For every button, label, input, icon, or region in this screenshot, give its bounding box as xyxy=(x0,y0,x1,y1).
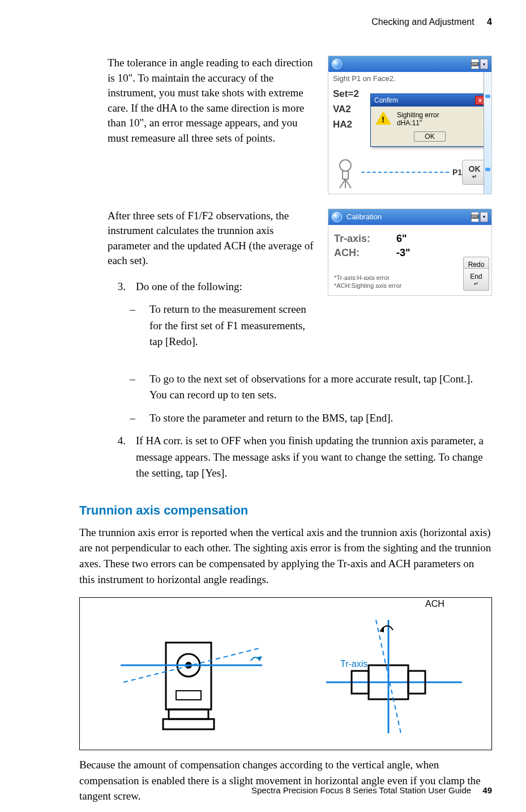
ach-value: -3" xyxy=(396,247,461,259)
p1-label: P1 xyxy=(452,168,462,177)
svg-marker-20 xyxy=(379,627,384,632)
tolerance-paragraph: The tolerance in angle reading to each d… xyxy=(108,56,317,146)
app-logo-icon xyxy=(332,59,342,69)
trunnion-paragraph-2: Because the amount of compensation chang… xyxy=(79,757,492,804)
side-scrollbar[interactable] xyxy=(484,72,491,194)
header-title: Checking and Adjustment xyxy=(371,17,474,27)
svg-line-3 xyxy=(345,179,351,188)
page-footer: Spectra Precision Focus 8 Series Total S… xyxy=(251,785,492,795)
dialog-title: Confirm xyxy=(374,96,398,104)
step-4-number: 4. xyxy=(108,433,126,482)
step-3-number: 3. xyxy=(108,279,126,295)
redo-instruction: To return to the measurement screen for … xyxy=(149,301,317,350)
station-front-view xyxy=(104,609,273,739)
ach-diagram-label: ACH xyxy=(425,599,444,609)
note-ach: *ACH:Sighting axis error xyxy=(334,282,461,290)
screenshot-titlebar: ⌨ ▾ xyxy=(328,56,491,72)
note-tr-axis: *Tr-axis:H-axis error xyxy=(334,274,461,282)
sight-line xyxy=(361,172,449,173)
dialog-line-1: Sighiting error xyxy=(397,111,439,119)
trunnion-heading: Trunnion axis compensation xyxy=(79,503,492,518)
svg-line-2 xyxy=(340,179,345,188)
svg-rect-5 xyxy=(163,719,214,729)
screenshot-titlebar: Calibration ⌨ ▾ xyxy=(328,209,491,225)
footer-page-number: 49 xyxy=(482,785,492,795)
bullet-dash: – xyxy=(126,410,139,427)
calibration-title: Calibration xyxy=(347,212,382,221)
instrument-icon xyxy=(333,155,358,189)
footer-book-title: Spectra Precision Focus 8 Series Total S… xyxy=(251,785,471,795)
bullet-dash: – xyxy=(126,301,139,350)
step-3-text: Do one of the following: xyxy=(136,279,317,295)
confirm-dialog: Confirm × Sighiting error dHA:11" xyxy=(370,93,489,147)
averaging-paragraph: After three sets of F1/F2 observations, … xyxy=(108,209,317,269)
cont-instruction: To go to the next set of observations fo… xyxy=(149,371,492,403)
trunnion-diagram: Tr-axis ACH xyxy=(79,597,492,750)
svg-rect-6 xyxy=(169,709,208,719)
svg-rect-10 xyxy=(176,691,201,700)
app-logo-icon xyxy=(332,212,342,222)
dialog-ok-button[interactable]: OK xyxy=(414,131,445,142)
svg-point-0 xyxy=(340,160,351,171)
bullet-dash: – xyxy=(126,371,139,403)
keyboard-icon[interactable]: ⌨ xyxy=(471,59,479,69)
end-softkey[interactable]: End↵ xyxy=(463,268,489,291)
dialog-line-2: dHA:11" xyxy=(397,119,439,127)
keyboard-icon[interactable]: ⌨ xyxy=(471,212,479,222)
tr-axis-value: 6" xyxy=(396,233,461,245)
tr-axis-label: Tr-axis: xyxy=(334,233,396,245)
station-side-view xyxy=(320,609,468,739)
dropdown-icon[interactable]: ▾ xyxy=(480,59,488,69)
ach-label: ACH: xyxy=(334,247,396,259)
running-header: Checking and Adjustment 4 xyxy=(34,17,492,27)
trunnion-paragraph-1: The trunnion axis error is reported when… xyxy=(79,525,492,587)
end-instruction: To store the parameter and return to the… xyxy=(149,410,492,427)
tr-axis-diagram-label: Tr-axis xyxy=(340,659,367,669)
warning-icon xyxy=(375,111,391,127)
step-4-text: If HA corr. is set to OFF when you finis… xyxy=(136,433,492,482)
sight-instruction: Sight P1 on Face2. xyxy=(333,74,487,83)
screenshot-sighting-error: ⌨ ▾ Sight P1 on Face2. Set=2 VA2 HA2 Con… xyxy=(328,56,492,194)
chapter-number: 4 xyxy=(487,17,492,27)
screenshot-calibration: Calibration ⌨ ▾ Tr-axis: 6" ACH: xyxy=(328,209,492,296)
svg-rect-1 xyxy=(343,171,348,179)
dropdown-icon[interactable]: ▾ xyxy=(480,212,488,222)
